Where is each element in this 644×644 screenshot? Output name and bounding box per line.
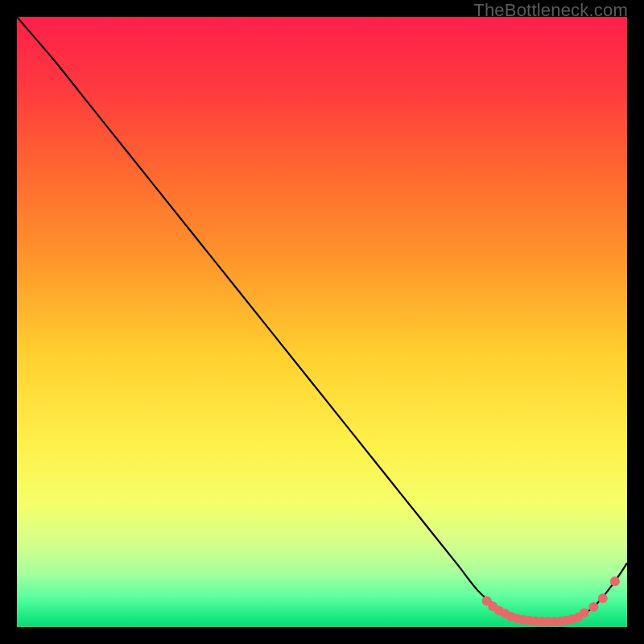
marker-dot [598,593,608,603]
marker-dot [580,609,589,618]
chart-container: TheBottleneck.com [0,0,644,644]
marker-dot [588,602,598,612]
chart-svg [17,17,627,627]
marker-dot [610,576,620,586]
gradient-bg [17,17,627,627]
